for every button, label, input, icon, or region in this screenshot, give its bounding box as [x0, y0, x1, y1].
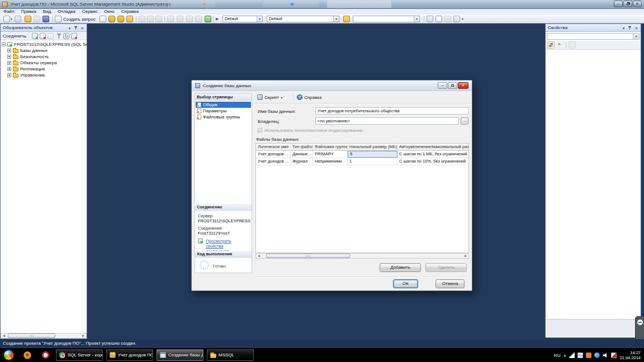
cell-logical-name[interactable]: Учет доходов ... [256, 151, 291, 158]
taskbar-button-mssql-folder[interactable]: MSSQL [207, 349, 254, 361]
browse-owner-button[interactable]: … [461, 117, 468, 125]
pin-icon[interactable] [627, 26, 632, 31]
scroll-left-icon[interactable]: ◄ [256, 254, 262, 258]
table-row[interactable]: Учет доходов ... Данные ... PRIMARY 5 С … [256, 151, 468, 158]
column-header-filegroup[interactable]: Файловая группа [313, 144, 348, 150]
new-query-icon[interactable] [55, 16, 61, 22]
expand-icon[interactable] [7, 49, 11, 53]
stop-icon[interactable] [48, 33, 54, 39]
table-row[interactable]: Учет доходов ... Журнал Неприменимо 1 С … [256, 158, 468, 165]
menu-edit[interactable]: Правка [18, 9, 40, 15]
new-query-button[interactable]: Создать запрос [63, 17, 96, 22]
undo-icon[interactable] [167, 16, 174, 22]
collapse-icon[interactable] [2, 42, 6, 46]
cancel-button[interactable]: Отмена [435, 279, 465, 288]
expand-icon[interactable] [7, 67, 11, 71]
column-header-file-type[interactable]: Тип файла [291, 144, 313, 150]
availability-group-combo[interactable]: Default ▾ [222, 16, 263, 22]
menu-debug[interactable]: Отладка [54, 9, 79, 15]
help-button[interactable]: ? Справка [297, 94, 321, 100]
database-query-icon[interactable] [100, 16, 106, 22]
expand-icon[interactable] [7, 55, 11, 59]
cell-initial-size[interactable]: 1 [348, 158, 397, 165]
properties-header[interactable]: Свойства ▾ ✕ [546, 24, 641, 32]
fulltext-checkbox[interactable]: ✓ [258, 128, 262, 132]
navigate-back-icon[interactable] [186, 16, 193, 22]
clock[interactable]: 14:27 21.04.2014 [619, 350, 642, 360]
db-folder-icon[interactable] [126, 16, 133, 22]
template-icon[interactable] [343, 16, 350, 22]
cell-autogrowth[interactable]: С шагом по 1 МБ, без ограничений [397, 151, 468, 158]
comment-icon[interactable] [453, 16, 460, 22]
menu-view[interactable]: Вид [40, 9, 54, 15]
chevron-down-icon[interactable]: ▾ [281, 96, 282, 99]
save-all-icon[interactable] [42, 16, 49, 22]
disconnect-server-icon[interactable] [40, 33, 46, 39]
connect-server-icon[interactable] [32, 33, 38, 39]
column-header-initial-size[interactable]: Начальный размер (МБ) [348, 144, 397, 150]
dialog-minimize-button[interactable]: – [438, 82, 447, 89]
menu-help[interactable]: Справка [118, 9, 142, 15]
paste-icon[interactable] [155, 16, 162, 22]
filter-icon[interactable] [56, 34, 61, 39]
window-position-icon[interactable]: ▾ [621, 26, 626, 31]
activity-monitor-icon[interactable] [205, 16, 211, 22]
menu-tools[interactable]: Сервис [79, 9, 101, 15]
connect-button[interactable]: Соединить [3, 34, 25, 39]
cell-filegroup[interactable]: Неприменимо [313, 158, 348, 165]
restore-button[interactable] [623, 1, 632, 7]
properties-object-combo[interactable]: ▾ [547, 33, 640, 40]
results-file-icon[interactable] [444, 16, 451, 22]
tree-node-security[interactable]: Безопасность [7, 54, 49, 60]
save-icon[interactable] [34, 16, 40, 22]
pin-icon[interactable] [73, 26, 78, 31]
db-name-input[interactable] [315, 107, 468, 115]
tree-node-replication[interactable]: Репликация [7, 66, 45, 72]
object-explorer-hscrollbar[interactable]: ◄ ► [1, 333, 87, 339]
open-file-icon[interactable] [25, 16, 31, 22]
table-hscrollbar[interactable]: ◄ ► [255, 253, 469, 259]
chevron-down-icon[interactable]: ▾ [333, 16, 339, 22]
filter-combo[interactable]: ▾ [353, 16, 420, 22]
tree-node-databases[interactable]: Базы данных [7, 47, 48, 54]
delete-server-icon[interactable] [71, 33, 77, 39]
scroll-right-icon[interactable]: ► [463, 254, 468, 258]
dialog-close-button[interactable]: ✕ [458, 82, 468, 89]
categorize-icon[interactable] [547, 41, 555, 49]
minimize-button[interactable]: – [614, 1, 623, 7]
chevron-down-icon[interactable]: ▾ [414, 16, 419, 22]
page-item-general[interactable]: Общие [196, 102, 251, 108]
window-position-icon[interactable]: ▾ [67, 26, 72, 31]
script-button[interactable]: Скрипт ▾ [257, 94, 282, 100]
chevron-down-icon[interactable]: ▾ [257, 16, 262, 22]
ok-button[interactable]: ОК [393, 279, 418, 288]
tree-node-server[interactable]: FROST3112\SQLEXPRESS (SQL Server 11 [2, 41, 87, 47]
scroll-left-icon[interactable]: ◄ [1, 334, 7, 338]
add-button[interactable]: Добавить [380, 263, 421, 272]
refresh-icon[interactable]: ↻ [63, 33, 69, 39]
cell-filegroup[interactable]: PRIMARY [313, 151, 348, 158]
expand-icon[interactable] [7, 73, 11, 77]
page-item-filegroups[interactable]: Файловые группы [196, 114, 251, 120]
scroll-right-icon[interactable]: ► [80, 334, 86, 338]
cell-autogrowth[interactable]: С шагом по 10%, без ограничений [397, 158, 468, 165]
redo-icon[interactable] [177, 16, 183, 22]
new-item-dropdown-icon[interactable]: ▾ [11, 17, 12, 21]
taskbar-button-ssms[interactable]: Учет доходов ПО... [106, 349, 153, 361]
cell-logical-name[interactable]: Учет доходов ... [256, 158, 291, 165]
data-file-icon[interactable] [117, 16, 124, 22]
network-icon[interactable] [569, 353, 575, 358]
database-combo[interactable]: Default ▾ [267, 16, 339, 22]
taskbar-button-create-database[interactable]: Создание базы д... [157, 349, 203, 361]
tray-app-orange-icon[interactable] [586, 353, 591, 358]
menu-window[interactable]: Окно [101, 9, 118, 15]
tray-app-blue-icon[interactable] [594, 353, 600, 358]
property-pages-icon[interactable] [569, 41, 576, 49]
taskbar-button-browser[interactable]: SQL Server - коро... [56, 349, 103, 361]
new-item-icon[interactable] [3, 16, 10, 22]
copy-icon[interactable] [147, 16, 154, 22]
tree-node-server-objects[interactable]: Объекты сервера [7, 60, 57, 66]
antivirus-icon[interactable] [611, 353, 617, 358]
dialog-titlebar[interactable]: Создание базы данных – ✕ [192, 80, 472, 91]
navigate-forward-icon[interactable] [195, 16, 202, 22]
